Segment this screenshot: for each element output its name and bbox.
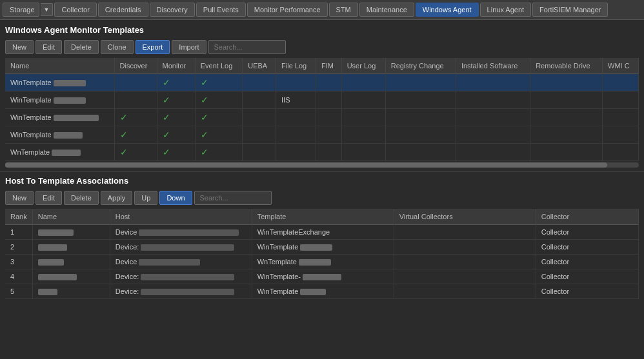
nav-discovery[interactable]: Discovery [150, 3, 195, 17]
rank-cell: 3 [5, 255, 32, 269]
col-file-log: File Log [276, 58, 316, 74]
template-eventlog-cell: ✓ [195, 74, 242, 92]
up-assoc-button[interactable]: Up [134, 191, 157, 205]
table-row[interactable]: WinTemplate ✓ ✓ ✓ [5, 109, 639, 126]
nav-windows-agent[interactable]: Windows Agent [416, 3, 479, 17]
host-cell: Device: [110, 284, 252, 299]
check-icon: ✓ [163, 130, 170, 140]
col-fim: FIM [316, 58, 341, 74]
col-removable-drive: Removable Drive [530, 58, 603, 74]
template-installed-cell [456, 74, 530, 92]
nav-pull-events[interactable]: Pull Events [196, 3, 246, 17]
table-row[interactable]: WnTemplate ✓ ✓ ✓ [5, 144, 639, 161]
nav-monitor-performance[interactable]: Monitor Performance [247, 3, 328, 17]
template-ueba-cell [243, 109, 276, 126]
template-registry-cell [385, 144, 456, 161]
host-cell: Device [110, 225, 252, 240]
check-icon: ✓ [163, 95, 170, 105]
nav-maintenance[interactable]: Maintenance [359, 3, 414, 17]
delete-assoc-button[interactable]: Delete [64, 191, 99, 205]
template-filelog-cell [276, 126, 316, 144]
down-assoc-button[interactable]: Down [159, 191, 192, 205]
check-icon: ✓ [120, 147, 128, 157]
template-cell: WinTemplateExchange [252, 225, 394, 240]
template-discover-cell [114, 92, 157, 109]
template-filelog-cell [276, 144, 316, 161]
top-navigation: Storage ▼ Collector Credentials Discover… [0, 0, 644, 20]
assoc-name-cell [32, 284, 110, 299]
check-icon: ✓ [163, 147, 170, 157]
nav-fortisiem-manager[interactable]: FortiSIEM Manager [532, 3, 608, 17]
check-icon: ✓ [163, 77, 170, 88]
template-search-input[interactable] [208, 40, 286, 54]
template-name-cell: WinTemplate [5, 74, 114, 92]
assoc-table-header: Rank Name Host Template Virtual Collecto… [5, 209, 639, 225]
apply-assoc-button[interactable]: Apply [101, 191, 133, 205]
template-ueba-cell [243, 144, 276, 161]
vc-cell [394, 240, 536, 255]
template-name-cell: WinTemplate [5, 109, 114, 126]
nav-storage[interactable]: Storage [3, 3, 39, 17]
bottom-section: Host To Template Associations New Edit D… [0, 171, 644, 299]
template-monitor-cell: ✓ [157, 126, 195, 144]
list-item[interactable]: 1 Device WinTemplateExchange Collector [5, 225, 639, 240]
check-icon: ✓ [201, 147, 208, 157]
template-userlog-cell [341, 109, 385, 126]
list-item[interactable]: 5 Device: WinTemplate Collector [5, 284, 639, 299]
col-host: Host [110, 209, 252, 225]
rank-cell: 1 [5, 225, 32, 240]
template-registry-cell [385, 74, 456, 92]
template-userlog-cell [341, 126, 385, 144]
host-cell: Device: [110, 240, 252, 255]
table-row[interactable]: WinTemplate ✓ ✓ [5, 74, 639, 92]
template-discover-cell: ✓ [114, 109, 157, 126]
col-monitor: Monitor [157, 58, 195, 74]
nav-stm[interactable]: STM [329, 3, 358, 17]
new-template-button[interactable]: New [5, 40, 34, 54]
bottom-toolbar: New Edit Delete Apply Up Down [5, 191, 639, 205]
edit-template-button[interactable]: Edit [35, 40, 62, 54]
template-monitor-cell: ✓ [157, 74, 195, 92]
assoc-table-container: Rank Name Host Template Virtual Collecto… [5, 209, 639, 299]
template-monitor-cell: ✓ [157, 109, 195, 126]
bottom-section-title: Host To Template Associations [5, 176, 639, 186]
list-item[interactable]: 4 Device: WinTemplate- Collector [5, 269, 639, 284]
col-installed-software: Installed Software [456, 58, 530, 74]
collector-cell: Collector [536, 269, 638, 284]
assoc-name-cell [32, 255, 110, 269]
table-row[interactable]: WinTemplate ✓ ✓ IIS [5, 92, 639, 109]
assoc-search-input[interactable] [194, 191, 272, 205]
host-cell: Device: [110, 269, 252, 284]
list-item[interactable]: 2 Device: WinTemplate Collector [5, 240, 639, 255]
table-row[interactable]: WinTemplate ✓ ✓ ✓ [5, 126, 639, 144]
template-discover-cell: ✓ [114, 144, 157, 161]
vc-cell [394, 269, 536, 284]
template-filelog-cell: IIS [276, 92, 316, 109]
assoc-name-cell [32, 225, 110, 240]
template-name-cell: WinTemplate [5, 126, 114, 144]
edit-assoc-button[interactable]: Edit [35, 191, 62, 205]
template-userlog-cell [341, 92, 385, 109]
template-registry-cell [385, 109, 456, 126]
col-discover: Discover [114, 58, 157, 74]
horizontal-scrollbar[interactable] [5, 162, 639, 168]
nav-credentials[interactable]: Credentials [98, 3, 148, 17]
check-icon: ✓ [120, 130, 128, 140]
import-template-button[interactable]: Import [172, 40, 206, 54]
delete-template-button[interactable]: Delete [64, 40, 99, 54]
nav-linux-agent[interactable]: Linux Agent [480, 3, 532, 17]
template-table-header: Name Discover Monitor Event Log UEBA Fil… [5, 58, 639, 74]
template-monitor-cell: ✓ [157, 144, 195, 161]
col-collector: Collector [536, 209, 638, 225]
template-installed-cell [456, 144, 530, 161]
check-icon: ✓ [120, 112, 128, 122]
list-item[interactable]: 3 Device WnTemplate Collector [5, 255, 639, 269]
template-removable-cell [530, 144, 603, 161]
collector-cell: Collector [536, 284, 638, 299]
clone-template-button[interactable]: Clone [101, 40, 134, 54]
storage-dropdown-arrow[interactable]: ▼ [41, 3, 54, 16]
export-template-button[interactable]: Export [136, 40, 170, 54]
new-assoc-button[interactable]: New [5, 191, 34, 205]
nav-collector[interactable]: Collector [54, 3, 96, 17]
storage-nav-group: Storage ▼ [3, 3, 54, 17]
